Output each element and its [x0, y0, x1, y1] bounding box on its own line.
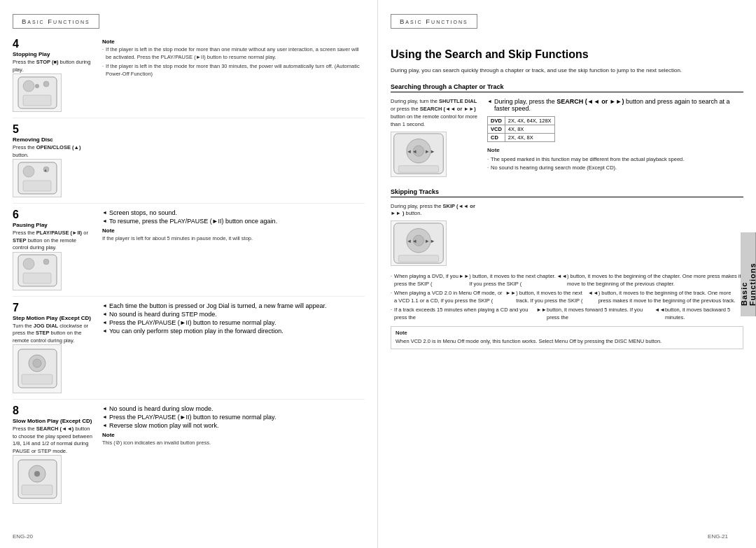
section-8-note-2: Press the PLAY/PAUSE (►II) button to res…: [102, 414, 365, 421]
section-6-note: Screen stops, no sound. To resume, press…: [102, 209, 365, 243]
section-7-note-2: No sound is heard during STEP mode.: [102, 311, 365, 318]
section-6-desc: Press the PLAY/PAUSE (►II) or STEP butto…: [13, 230, 92, 252]
remote-svg-5: ▲: [15, 161, 60, 196]
left-footer: ENG-20: [13, 533, 33, 540]
remote-svg-4: [15, 76, 60, 111]
section-7-note-4: You can only perform step motion play in…: [102, 328, 365, 335]
section-5-left: 5 Removing Disc Press the OPEN/CLOSE (▲)…: [13, 124, 97, 197]
speed-table-vcd-label: VCD: [488, 125, 505, 134]
svg-text:◄◄: ◄◄: [407, 237, 417, 244]
section-4-left: 4 Stopping Play Press the STOP (■) butto…: [13, 38, 97, 112]
section-8-title: Slow Motion Play (Except CD): [13, 418, 92, 424]
section-8-note-3: Reverse slow motion play will not work.: [102, 422, 365, 429]
left-page-header: Basic Functions: [13, 14, 99, 29]
section-8: 8 Slow Motion Play (Except CD) Press the…: [13, 405, 365, 510]
section-7-left: 7 Step Motion Play (Except CD) Turn the …: [13, 302, 97, 394]
svg-point-4: [35, 84, 39, 88]
svg-rect-21: [22, 485, 52, 495]
svg-point-13: [43, 259, 49, 265]
search-section: During play, turn the SHUTTLE DIAL or pr…: [391, 98, 743, 180]
section-5-device: ▲: [13, 159, 62, 197]
remote-svg-8: [15, 458, 60, 500]
section-5-title: Removing Disc: [13, 136, 92, 143]
section-6-left: 6 Pausing Play Press the PLAY/PAUSE (►II…: [13, 209, 97, 290]
speed-table-row-vcd: VCD 4X, 8X: [488, 125, 555, 134]
section-7-desc: Turn the JOG DIAL clockwise or press the…: [13, 323, 92, 345]
section-4-note-title: Note: [102, 38, 365, 45]
search-right-bullet: During play, press the SEARCH (◄◄ or ►►)…: [487, 98, 743, 112]
section-4-note-1: If the player is left in the stop mode f…: [102, 46, 365, 62]
side-tab: Basic Functions: [741, 232, 756, 316]
remote-svg-7: [15, 348, 60, 390]
skip-remote-svg: ◄◄ ►►: [391, 222, 446, 265]
section-8-right: No sound is heard during slow mode. Pres…: [97, 405, 365, 447]
section-6-right: Screen stops, no sound. To resume, press…: [97, 209, 365, 243]
section-4-number: 4: [13, 38, 92, 50]
section-6-note-2: To resume, press the PLAY/PAUSE (►II) bu…: [102, 218, 365, 225]
skip-left: During play, press the SKIP (◄◄ or ►► ) …: [391, 203, 482, 269]
section-4-note-2: If the player is left in the stop mode f…: [102, 63, 365, 78]
search-left-text: During play, turn the SHUTTLE DIAL or pr…: [391, 98, 482, 129]
right-page-desc: During play, you can search quickly thro…: [391, 66, 743, 75]
svg-point-11: [23, 258, 34, 269]
speed-table: DVD 2X, 4X, 64X, 128X VCD 4X, 8X CD 2X, …: [487, 116, 555, 142]
skip-note-title: Note: [396, 330, 738, 337]
section-7-note-3: Press the PLAY/PAUSE (►II) button to res…: [102, 319, 365, 326]
section-5: 5 Removing Disc Press the OPEN/CLOSE (▲)…: [13, 124, 365, 204]
skip-note-box: Note When VCD 2.0 is in Menu Off mode on…: [391, 326, 743, 350]
speed-table-cd-value: 2X, 4X, 8X: [505, 134, 554, 142]
section-5-number: 5: [13, 124, 92, 135]
search-subsection-title: Searching through a Chapter or Track: [391, 83, 743, 92]
right-page-title: Using the Search and Skip Functions: [391, 48, 743, 61]
skip-desc-1: When playing a DVD, if you press the SKI…: [391, 273, 743, 321]
section-6-note-1: Screen stops, no sound.: [102, 209, 365, 216]
section-4-device: [13, 73, 62, 112]
svg-text:◄◄: ◄◄: [407, 148, 417, 155]
section-7-right: Each time the button is pressed or Jog D…: [97, 302, 365, 336]
section-6: 6 Pausing Play Press the PLAY/PAUSE (►II…: [13, 209, 365, 297]
section-6-title: Pausing Play: [13, 222, 92, 228]
section-4-desc: Press the STOP (■) button during play.: [13, 59, 92, 73]
speed-table-vcd-value: 4X, 8X: [505, 125, 554, 134]
section-8-number: 8: [13, 405, 92, 416]
svg-point-2: [43, 81, 49, 87]
svg-rect-3: [23, 95, 51, 106]
section-6-note-1-text: Screen stops, no sound.: [109, 209, 177, 216]
section-4-note-text: If the player is left in the stop mode f…: [102, 46, 365, 78]
skip-subsection-title: Skipping Tracks: [391, 188, 743, 197]
section-6-note-2-text: To resume, press the PLAY/PAUSE (►II) bu…: [109, 218, 277, 225]
page-container: Basic Functions 4 Stopping Play Press th…: [0, 0, 756, 548]
section-4-note: Note If the player is left in the stop m…: [102, 38, 365, 78]
side-tab-text: Basic Functions: [740, 243, 757, 306]
section-8-note-text: This (⊘) icon indicates an invalid butto…: [102, 440, 365, 447]
section-6-device: [13, 252, 62, 290]
section-7-number: 7: [13, 302, 92, 314]
remote-svg-6: [15, 253, 60, 288]
search-device-img: ◄◄ ►►: [391, 132, 447, 177]
svg-point-20: [34, 471, 40, 477]
skip-note-text: When VCD 2.0 is in Menu Off mode only, t…: [396, 338, 738, 346]
svg-text:▲: ▲: [43, 168, 48, 172]
section-7-title: Step Motion Play (Except CD): [13, 315, 92, 321]
speed-table-dvd-label: DVD: [488, 117, 505, 125]
search-remote-svg: ◄◄ ►►: [391, 132, 446, 176]
section-5-desc: Press the OPEN/CLOSE (▲) button.: [13, 144, 92, 159]
search-left: During play, turn the SHUTTLE DIAL or pr…: [391, 98, 482, 180]
section-4: 4 Stopping Play Press the STOP (■) butto…: [13, 38, 365, 118]
svg-rect-27: [398, 166, 438, 173]
section-7-note-1: Each time the button is pressed or Jog D…: [102, 302, 365, 309]
svg-point-1: [23, 80, 34, 92]
svg-rect-17: [22, 374, 52, 384]
right-footer: ENG-21: [708, 533, 728, 540]
svg-text:►►: ►►: [425, 148, 435, 155]
search-note-title: Note: [487, 146, 743, 155]
section-6-note-text: If the player is left for about 5 minute…: [102, 235, 365, 243]
section-8-device: [13, 455, 62, 504]
speed-table-row-dvd: DVD 2X, 4X, 64X, 128X: [488, 117, 555, 125]
section-8-note: No sound is heard during slow mode. Pres…: [102, 405, 365, 447]
speed-table-row-cd: CD 2X, 4X, 8X: [488, 134, 555, 142]
speed-table-cd-label: CD: [488, 134, 505, 142]
speed-table-dvd-value: 2X, 4X, 64X, 128X: [505, 117, 554, 125]
search-right: During play, press the SEARCH (◄◄ or ►►)…: [482, 98, 743, 180]
section-7-device: [13, 344, 62, 393]
